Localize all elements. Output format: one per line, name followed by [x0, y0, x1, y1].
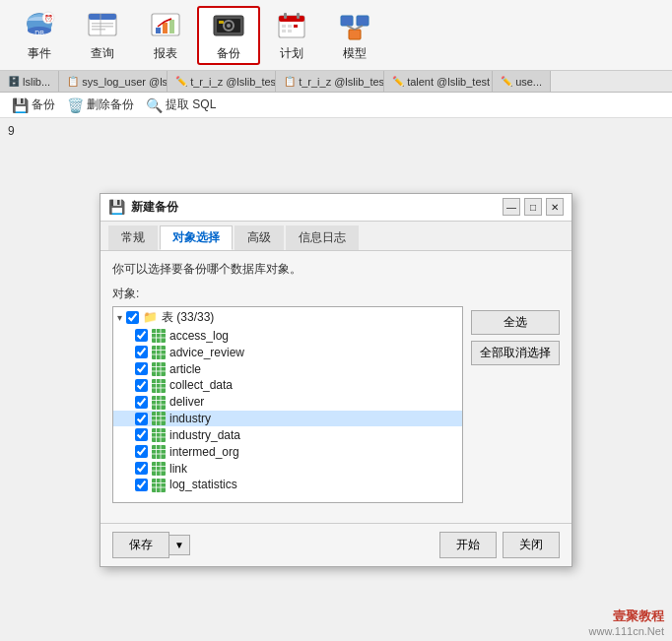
dialog-tab-advanced[interactable]: 高级 — [235, 225, 284, 250]
table-item: deliver — [113, 394, 462, 411]
toolbar-schedule-label: 计划 — [280, 45, 303, 62]
table-item: industry_data — [113, 426, 462, 443]
tab-talent-icon: ✏️ — [392, 76, 404, 87]
select-all-btn[interactable]: 全选 — [471, 310, 560, 335]
toolbar-backup-label: 备份 — [217, 45, 240, 62]
backup-action-btn[interactable]: 💾 备份 — [8, 96, 59, 114]
toolbar-query-label: 查询 — [91, 45, 114, 62]
dialog-window-controls: — □ ✕ — [503, 198, 564, 216]
dialog-body: 你可以选择要备份哪个数据库对象。 对象: ▾ 📁 表 (33/33) acc — [101, 251, 571, 523]
svg-rect-9 — [89, 14, 116, 20]
delete-backup-btn[interactable]: 🗑️ 删除备份 — [63, 96, 138, 114]
tab-triz1-icon: ✏️ — [175, 76, 187, 87]
dialog-tab-object-select[interactable]: 对象选择 — [160, 225, 233, 250]
tree-header-label: 表 (33/33) — [162, 309, 214, 326]
tab-lslib[interactable]: 🗄️ lslib... — [0, 71, 59, 93]
table-item-label: intermed_org — [169, 445, 239, 459]
svg-rect-72 — [152, 445, 166, 459]
tree-expand-icon[interactable]: ▾ — [117, 312, 122, 323]
table-icon — [152, 461, 168, 476]
table-item-checkbox[interactable] — [135, 362, 148, 375]
tree-header-checkbox[interactable] — [126, 311, 139, 324]
deselect-all-btn[interactable]: 全部取消选择 — [471, 341, 560, 365]
toolbar-backup[interactable]: 备份 — [197, 6, 260, 65]
toolbar-schedule[interactable]: 计划 — [260, 6, 323, 65]
object-list[interactable]: ▾ 📁 表 (33/33) access_logadvice_reviewart… — [112, 306, 463, 503]
svg-line-36 — [355, 26, 363, 30]
toolbar-model[interactable]: 模型 — [323, 6, 386, 65]
objects-container: ▾ 📁 表 (33/33) access_logadvice_reviewart… — [112, 306, 560, 503]
tab-talent[interactable]: ✏️ talent @lslib_test ()... — [384, 71, 493, 93]
query-icon — [85, 8, 120, 43]
table-item: link — [113, 460, 462, 477]
table-item: log_statistics — [113, 477, 462, 493]
dialog-close-btn[interactable]: ✕ — [546, 198, 564, 216]
new-backup-dialog: 💾 新建备份 — □ ✕ 常规 对象选择 高级 信息日志 你可以选择要备份哪个数… — [100, 193, 572, 567]
table-item-checkbox[interactable] — [135, 462, 148, 475]
svg-rect-37 — [152, 329, 166, 343]
table-icon — [152, 329, 168, 344]
save-dropdown-btn[interactable]: ▼ — [169, 535, 190, 555]
delete-backup-icon: 🗑️ — [67, 97, 84, 113]
folder-icon: 📁 — [143, 310, 158, 324]
svg-line-35 — [347, 26, 355, 30]
list-buttons: 全选 全部取消选择 — [471, 306, 560, 503]
content-area: 9 💾 新建备份 — □ ✕ 常规 对象选择 高级 信息日志 — [0, 118, 672, 641]
toolbar-report[interactable]: 报表 — [134, 6, 197, 65]
table-icon — [152, 478, 168, 492]
backup-action-icon: 💾 — [12, 97, 29, 113]
toolbar-report-label: 报表 — [154, 45, 177, 62]
toolbar-model-label: 模型 — [343, 45, 367, 62]
dialog-tabs: 常规 对象选择 高级 信息日志 — [101, 222, 571, 251]
svg-rect-31 — [288, 30, 292, 32]
table-item-label: industry — [169, 412, 211, 425]
svg-rect-10 — [92, 23, 113, 25]
tab-syslog[interactable]: 📋 sys_log_user @lslib... — [59, 71, 168, 93]
extract-sql-icon: 🔍 — [146, 97, 163, 113]
dialog-minimize-btn[interactable]: — — [503, 198, 520, 216]
tab-triz2[interactable]: 📋 t_r_i_z @lslib_test ()... — [276, 71, 384, 93]
report-icon — [148, 8, 183, 43]
toolbar-event[interactable]: DB ⏰ 事件 — [8, 6, 71, 65]
tab-use[interactable]: ✏️ use... — [493, 71, 551, 93]
table-item: intermed_org — [113, 443, 462, 460]
schedule-icon — [274, 8, 309, 43]
svg-text:DB: DB — [34, 30, 44, 36]
table-item: article — [113, 360, 462, 377]
dialog-tab-general[interactable]: 常规 — [108, 225, 158, 250]
table-item-checkbox[interactable] — [135, 329, 148, 342]
svg-rect-30 — [282, 30, 286, 32]
svg-text:⏰: ⏰ — [44, 14, 53, 23]
backup-icon — [211, 8, 246, 43]
table-item-label: collect_data — [169, 378, 233, 392]
table-item-label: link — [169, 462, 187, 476]
dialog-maximize-btn[interactable]: □ — [524, 198, 542, 216]
toolbar-event-label: 事件 — [28, 45, 51, 62]
table-item-checkbox[interactable] — [135, 379, 148, 392]
table-item-checkbox[interactable] — [135, 413, 148, 425]
dialog-overlay: 💾 新建备份 — □ ✕ 常规 对象选择 高级 信息日志 你可以选择要备份哪个数… — [0, 118, 672, 641]
table-item-checkbox[interactable] — [135, 445, 148, 458]
toolbar-query[interactable]: 查询 — [71, 6, 134, 65]
table-icon — [152, 444, 168, 459]
close-btn[interactable]: 关闭 — [503, 532, 560, 558]
table-item-checkbox[interactable] — [135, 396, 148, 409]
save-btn[interactable]: 保存 — [112, 532, 169, 558]
dialog-tab-info-log[interactable]: 信息日志 — [286, 225, 359, 250]
start-btn[interactable]: 开始 — [439, 532, 497, 558]
table-item-label: advice_review — [169, 346, 244, 359]
table-item-label: article — [169, 362, 201, 376]
svg-rect-52 — [152, 379, 166, 393]
table-item-checkbox[interactable] — [135, 479, 148, 491]
dialog-title-text: 新建备份 — [131, 199, 503, 216]
table-icon — [152, 345, 168, 359]
table-item-label: industry_data — [169, 428, 240, 442]
footer-save-group: 保存 ▼ — [112, 532, 190, 558]
extract-sql-btn[interactable]: 🔍 提取 SQL — [142, 96, 220, 114]
table-item-label: access_log — [169, 329, 229, 343]
svg-rect-82 — [152, 479, 166, 492]
table-item-checkbox[interactable] — [135, 346, 148, 358]
table-item-checkbox[interactable] — [135, 428, 148, 441]
dialog-objects-label: 对象: — [112, 286, 560, 302]
tab-triz1[interactable]: ✏️ t_r_i_z @lslib_test ()... — [168, 71, 276, 93]
